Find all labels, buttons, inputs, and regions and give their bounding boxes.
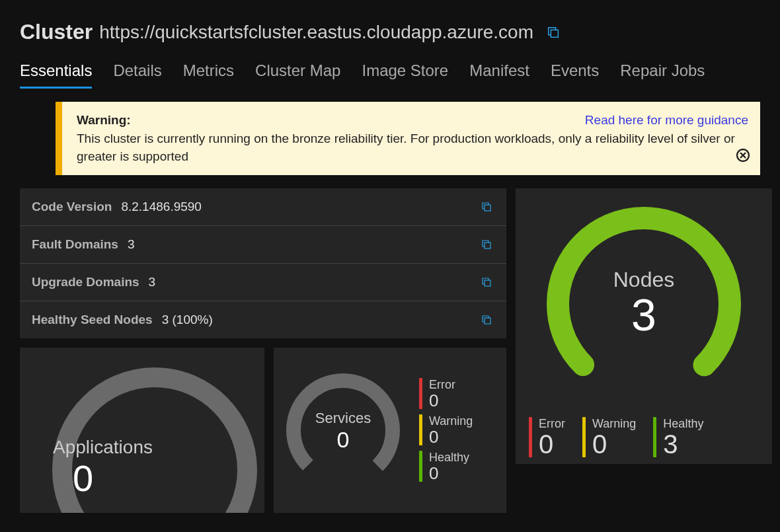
warning-guidance-link[interactable]: Read here for more guidance [585, 111, 748, 130]
nodes-label: Nodes [613, 268, 675, 292]
status-bar-icon [582, 417, 586, 457]
nodes-count: 3 [613, 292, 675, 337]
applications-ring-icon [29, 354, 264, 513]
info-label: Fault Domains [32, 237, 118, 252]
info-value: 3 [149, 275, 156, 289]
applications-panel: Applications 0 [20, 348, 264, 513]
tab-essentials[interactable]: Essentials [20, 57, 92, 89]
tab-details[interactable]: Details [113, 57, 161, 89]
status-error: Error 0 [419, 378, 473, 409]
copy-icon[interactable] [479, 199, 494, 215]
status-value: 0 [592, 431, 636, 457]
status-bar-icon [653, 417, 656, 457]
tab-events[interactable]: Events [551, 57, 599, 89]
status-name: Warning [429, 414, 473, 428]
cluster-url: https://quickstartsfcluster.eastus.cloud… [99, 22, 533, 43]
tab-bar: Essentials Details Metrics Cluster Map I… [0, 51, 780, 89]
status-name: Error [429, 378, 455, 392]
nodes-status-list: Error 0 Warning 0 Healthy 3 [522, 417, 765, 457]
info-row-code-version: Code Version 8.2.1486.9590 [20, 188, 506, 226]
status-warning: Warning 0 [582, 417, 636, 457]
info-value: 8.2.1486.9590 [121, 200, 202, 214]
status-name: Healthy [429, 451, 469, 465]
page-title: Cluster [20, 20, 93, 44]
services-label: Services [280, 410, 406, 427]
services-panel: Services 0 Error 0 [274, 348, 506, 513]
status-value: 3 [663, 431, 703, 457]
status-warning: Warning 0 [419, 414, 473, 445]
copy-url-icon[interactable] [545, 24, 561, 40]
svg-rect-2 [485, 205, 490, 211]
copy-icon[interactable] [479, 274, 494, 290]
status-bar-icon [419, 414, 422, 445]
status-value: 0 [539, 431, 565, 457]
status-value: 0 [429, 392, 455, 409]
svg-rect-3 [485, 243, 490, 248]
services-count: 0 [280, 427, 406, 453]
copy-icon[interactable] [479, 237, 494, 252]
status-name: Error [539, 417, 565, 431]
info-row-healthy-seed-nodes: Healthy Seed Nodes 3 (100%) [20, 301, 506, 338]
nodes-panel: Nodes 3 Error 0 Warning 0 [516, 188, 772, 464]
tab-metrics[interactable]: Metrics [183, 57, 234, 89]
tab-repair-jobs[interactable]: Repair Jobs [620, 57, 705, 89]
info-row-fault-domains: Fault Domains 3 [20, 226, 506, 264]
svg-rect-4 [485, 280, 490, 286]
services-status-list: Error 0 Warning 0 Heal [419, 378, 473, 482]
close-icon[interactable] [735, 147, 751, 169]
status-bar-icon [529, 417, 532, 457]
warning-body: This cluster is currently running on the… [77, 130, 748, 166]
tab-image-store[interactable]: Image Store [362, 57, 448, 89]
info-label: Healthy Seed Nodes [32, 313, 153, 327]
status-bar-icon [419, 378, 422, 409]
applications-count: 0 [73, 457, 93, 500]
tab-manifest[interactable]: Manifest [469, 57, 529, 89]
status-value: 0 [429, 465, 469, 482]
cluster-info-panel: Code Version 8.2.1486.9590 Fault Domains… [20, 188, 506, 338]
applications-label: Applications [53, 437, 153, 458]
page-header: Cluster https://quickstartsfcluster.east… [0, 0, 780, 51]
status-value: 0 [429, 428, 473, 445]
info-value: 3 (100%) [162, 313, 213, 327]
status-healthy: Healthy 0 [419, 451, 473, 482]
info-label: Upgrade Domains [32, 275, 139, 289]
copy-icon[interactable] [479, 312, 494, 328]
svg-point-6 [29, 354, 264, 513]
info-value: 3 [128, 237, 135, 252]
warning-banner: Read here for more guidance Warning: Thi… [56, 102, 760, 175]
status-error: Error 0 [529, 417, 565, 457]
svg-rect-0 [551, 30, 558, 37]
status-name: Warning [592, 417, 636, 431]
info-row-upgrade-domains: Upgrade Domains 3 [20, 264, 506, 301]
svg-rect-5 [485, 318, 490, 324]
status-name: Healthy [663, 417, 703, 431]
tab-cluster-map[interactable]: Cluster Map [255, 57, 340, 89]
info-label: Code Version [32, 200, 112, 214]
status-bar-icon [419, 451, 422, 482]
status-healthy: Healthy 3 [653, 417, 703, 457]
